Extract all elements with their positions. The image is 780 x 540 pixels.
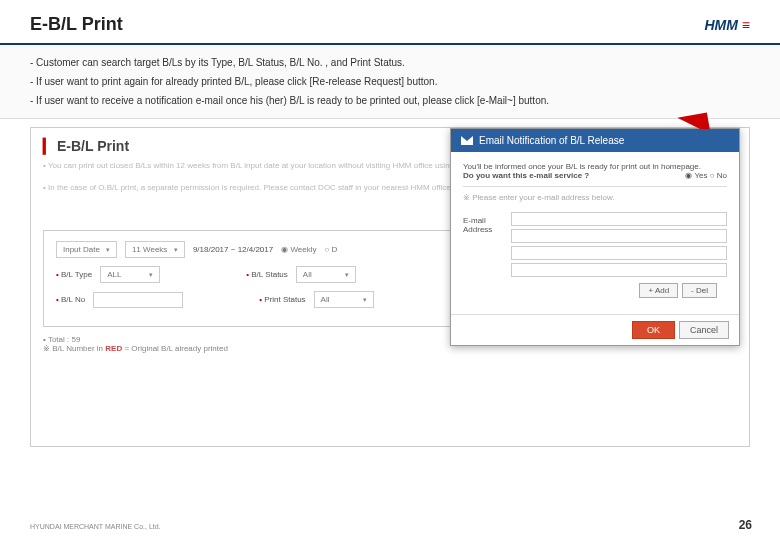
bl-no-label: B/L No bbox=[56, 295, 85, 304]
email-input[interactable] bbox=[511, 212, 727, 226]
dialog-hint: ※ Please enter your e-mail address below… bbox=[463, 193, 727, 202]
bl-status-label: B/L Status bbox=[246, 270, 288, 279]
note-line: - Customer can search target B/Ls by its… bbox=[30, 53, 750, 72]
instruction-notes: - Customer can search target B/Ls by its… bbox=[0, 45, 780, 119]
input-date-select[interactable]: Input Date bbox=[56, 241, 117, 258]
footer-company: HYUNDAI MERCHANT MARINE Co., Ltd. bbox=[30, 523, 161, 530]
email-address-label: E-mail Address bbox=[463, 212, 503, 277]
email-input[interactable] bbox=[511, 246, 727, 260]
email-input[interactable] bbox=[511, 263, 727, 277]
page-title: E-B/L Print bbox=[30, 14, 123, 35]
date-range-label: 9/18/2017 ~ 12/4/2017 bbox=[193, 245, 273, 254]
hmm-logo: HMM≡ bbox=[704, 17, 750, 33]
d-radio[interactable]: ○ D bbox=[325, 245, 338, 254]
no-radio[interactable]: ○ No bbox=[710, 171, 727, 180]
yes-radio[interactable]: ◉ Yes bbox=[685, 171, 707, 180]
print-status-select[interactable]: All bbox=[314, 291, 374, 308]
del-button[interactable]: - Del bbox=[682, 283, 717, 298]
note-line: - If user want to print again for alread… bbox=[30, 72, 750, 91]
bl-status-select[interactable]: All bbox=[296, 266, 356, 283]
dialog-header: Email Notification of B/L Release bbox=[451, 129, 739, 152]
bl-type-label: B/L Type bbox=[56, 270, 92, 279]
page-number: 26 bbox=[739, 518, 752, 532]
bl-type-select[interactable]: ALL bbox=[100, 266, 160, 283]
email-notification-dialog: Email Notification of B/L Release You'll… bbox=[450, 128, 740, 346]
print-status-label: Print Status bbox=[259, 295, 305, 304]
weekly-radio[interactable]: ◉ Weekly bbox=[281, 245, 316, 254]
weeks-select[interactable]: 11 Weeks bbox=[125, 241, 185, 258]
envelope-icon bbox=[461, 136, 473, 145]
dialog-question: Do you want this e-mail service ? bbox=[463, 171, 589, 180]
add-button[interactable]: + Add bbox=[639, 283, 678, 298]
bl-no-input[interactable] bbox=[93, 292, 183, 308]
dialog-title: Email Notification of B/L Release bbox=[479, 135, 624, 146]
note-line: - If user want to receive a notification… bbox=[30, 91, 750, 110]
cancel-button[interactable]: Cancel bbox=[679, 321, 729, 339]
email-input[interactable] bbox=[511, 229, 727, 243]
dialog-info-text: You'll be informed once your B/L is read… bbox=[463, 162, 727, 171]
ok-button[interactable]: OK bbox=[632, 321, 675, 339]
